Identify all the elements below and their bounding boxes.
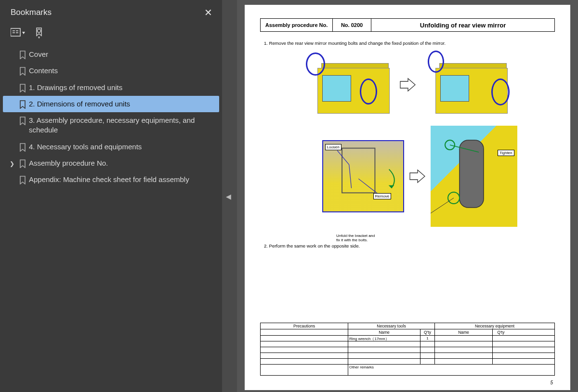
bookmark-label: Contents [28, 66, 58, 76]
bookmark-icon [17, 83, 28, 92]
svg-line-8 [337, 151, 349, 165]
svg-rect-7 [342, 148, 375, 193]
other-remarks: Other remarks [348, 365, 554, 375]
bookmark-label: Appendix: Machine check sheet for field … [28, 175, 189, 184]
bookmark-label: Assembly procedure No. [28, 158, 108, 168]
chevron-right-icon[interactable]: ❯ [7, 158, 17, 168]
chevron-right-icon [7, 175, 17, 176]
truck-before-diagram [303, 49, 394, 121]
pdf-page: Assembly procedure No. No. 0200 Unfoldin… [245, 5, 570, 390]
step-2-text: 2. Perform the same work on the opposite… [264, 243, 555, 248]
bookmark-icon [17, 99, 28, 109]
th-equip: Necessary equipment [435, 323, 554, 329]
detail-tighten-diagram: Tighten [431, 126, 517, 227]
bookmark-icon [17, 50, 28, 59]
bookmark-item[interactable]: Contents [3, 63, 219, 79]
bookmark-label: 3. Assembly procedure, necessary equipme… [28, 116, 215, 135]
bookmark-item[interactable]: Appendix: Machine check sheet for field … [3, 171, 219, 188]
close-icon[interactable]: ✕ [204, 7, 212, 18]
bookmark-icon [17, 142, 28, 152]
header-label: Assembly procedure No. [261, 19, 333, 31]
bookmark-label: 2. Dimensions of removed units [28, 99, 130, 109]
svg-marker-5 [22, 32, 25, 34]
table-row [261, 353, 554, 359]
requirements-table: Precautions Necessary tools Necessary eq… [260, 323, 555, 376]
figure-row-2: Loosen Remove Tighten [260, 126, 555, 227]
bookmark-label: 1. Drawings of removed units [28, 83, 122, 92]
bookmark-item[interactable]: 3. Assembly procedure, necessary equipme… [3, 112, 219, 139]
bookmark-icon [17, 116, 28, 125]
bookmark-label: Cover [28, 50, 48, 59]
procedure-header: Assembly procedure No. No. 0200 Unfoldin… [260, 18, 555, 32]
arrow-right-icon [409, 169, 426, 183]
svg-marker-11 [388, 185, 394, 188]
tag-tighten: Tighten [498, 150, 514, 156]
bookmark-icon [17, 66, 28, 76]
bookmark-options-icon[interactable] [11, 27, 25, 38]
tag-remove: Remove [373, 193, 392, 199]
bookmark-item[interactable]: 4. Necessary tools and equipments [3, 139, 219, 155]
chevron-right-icon [7, 99, 17, 101]
chevron-right-icon [7, 83, 17, 84]
table-row [261, 341, 554, 347]
page-number: 5 [550, 380, 553, 385]
th-qty: Q'ty [420, 329, 435, 335]
th-name: Name [435, 329, 493, 335]
th-name: Name [348, 329, 420, 335]
svg-line-16 [431, 198, 454, 220]
bookmark-item[interactable]: 2. Dimensions of removed units [3, 96, 219, 112]
th-tools: Necessary tools [348, 323, 435, 329]
tag-loosen: Loosen [325, 144, 342, 150]
figure-row-1 [260, 49, 555, 121]
bookmark-icon [17, 175, 28, 184]
svg-point-6 [38, 29, 41, 33]
bookmark-item[interactable]: ❯Assembly procedure No. [3, 155, 219, 171]
th-qty: Q'ty [493, 329, 509, 335]
table-row [261, 347, 554, 353]
bookmark-icon [17, 158, 28, 168]
bookmarks-header: Bookmarks ✕ [0, 0, 222, 23]
bookmark-item[interactable]: 1. Drawings of removed units [3, 79, 219, 96]
chevron-right-icon [7, 116, 17, 117]
arrow-right-icon [399, 78, 416, 92]
bookmark-item[interactable]: Cover [3, 46, 219, 63]
th-precautions: Precautions [261, 323, 348, 329]
svg-rect-0 [11, 28, 20, 36]
bookmarks-toolbar [0, 23, 222, 45]
note-unfold: Unfold the bracket and fix it with the b… [336, 234, 380, 242]
panel-divider[interactable]: ◀ [222, 0, 237, 392]
detail-loosen-diagram: Loosen Remove [322, 140, 404, 212]
chevron-right-icon [7, 142, 17, 144]
step-1-text: 1. Remove the rear view mirror mounting … [264, 40, 555, 46]
header-number: No. 0200 [333, 19, 371, 31]
chevron-right-icon [7, 66, 17, 67]
bookmark-label: 4. Necessary tools and equipments [28, 142, 142, 152]
bookmarks-list: CoverContents1. Drawings of removed unit… [0, 45, 222, 188]
truck-after-diagram [421, 49, 512, 121]
chevron-right-icon [7, 50, 17, 51]
table-row [261, 359, 554, 365]
svg-line-9 [349, 165, 351, 188]
ribbon-bookmark-icon[interactable] [34, 27, 44, 39]
bookmarks-title: Bookmarks [11, 8, 52, 17]
bookmarks-panel: Bookmarks ✕ CoverContents1. Drawings of … [0, 0, 222, 392]
document-viewport[interactable]: Assembly procedure No. No. 0200 Unfoldin… [237, 0, 578, 392]
header-title: Unfolding of rear view mirror [371, 19, 554, 31]
collapse-panel-icon[interactable]: ◀ [226, 193, 231, 200]
table-row: Ring wrench（17mm）1 [261, 336, 554, 341]
